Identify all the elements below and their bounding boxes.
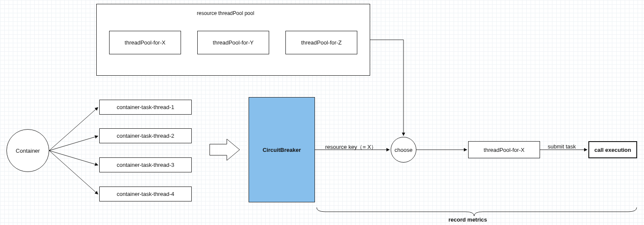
choose-node: choose (391, 137, 416, 163)
task-thread-1-label: container-task-thread-1 (117, 104, 174, 110)
circuit-breaker-label: CircuitBreaker (263, 147, 301, 153)
container-node: Container (6, 129, 49, 172)
call-execution-label: call execution (594, 147, 631, 153)
svg-line-0 (49, 107, 98, 151)
pool-y: threadPool-for-Y (197, 31, 269, 54)
selected-pool-node: threadPool-for-X (468, 141, 540, 158)
selected-pool-label: threadPool-for-X (484, 147, 524, 153)
pool-z-label: threadPool-for-Z (301, 39, 342, 46)
svg-line-3 (49, 151, 98, 194)
pool-z: threadPool-for-Z (285, 31, 357, 54)
block-arrow-icon (210, 139, 240, 160)
pool-y-label: threadPool-for-Y (213, 39, 253, 46)
resource-pool-group-title: resource threadPool pool (197, 10, 254, 16)
pool-x: threadPool-for-X (109, 31, 181, 54)
brace-icon (317, 207, 637, 216)
container-label: Container (16, 148, 40, 154)
task-thread-4-label: container-task-thread-4 (117, 191, 174, 197)
pool-x-label: threadPool-for-X (125, 39, 165, 46)
task-thread-2: container-task-thread-2 (99, 128, 192, 143)
task-thread-1: container-task-thread-1 (99, 100, 192, 115)
call-execution-node: call execution (588, 141, 637, 158)
choose-label: choose (395, 147, 413, 153)
svg-line-2 (49, 151, 98, 165)
resource-key-label: resource key（= X） (325, 143, 377, 151)
circuit-breaker-node: CircuitBreaker (249, 97, 315, 202)
task-thread-2-label: container-task-thread-2 (117, 133, 174, 139)
svg-line-1 (49, 136, 98, 151)
task-thread-4: container-task-thread-4 (99, 187, 192, 201)
task-thread-3-label: container-task-thread-3 (117, 162, 174, 168)
submit-task-label: submit task (548, 143, 576, 150)
task-thread-3: container-task-thread-3 (99, 157, 192, 172)
record-metrics-label: record metrics (448, 216, 487, 223)
